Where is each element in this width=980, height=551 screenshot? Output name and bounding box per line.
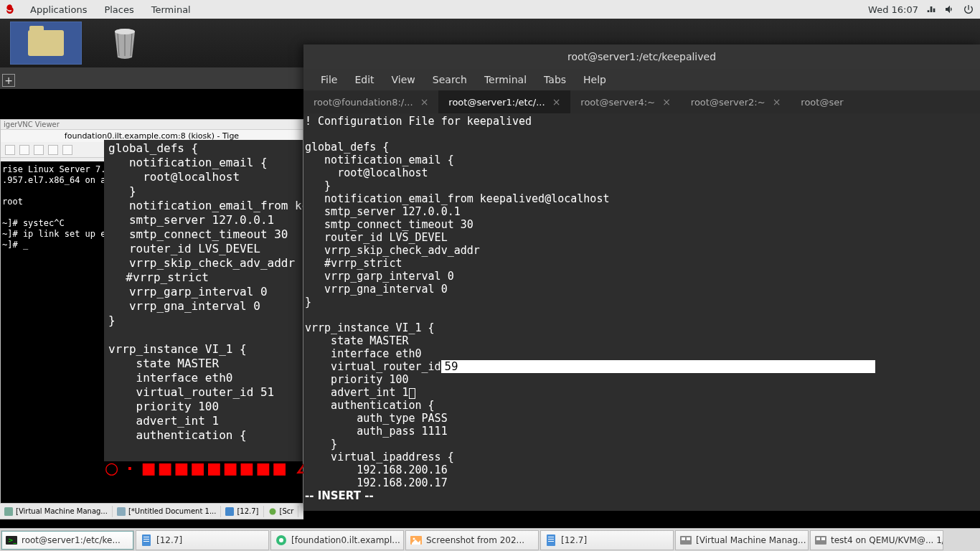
svg-rect-25	[821, 537, 825, 540]
terminal-menubar: File Edit View Search Terminal Tabs Help	[303, 69, 980, 90]
vnc-task[interactable]: [*Untitled Document 1...	[113, 506, 222, 517]
svg-rect-19	[548, 541, 554, 542]
terminal-tab[interactable]: root@server4:~×	[570, 90, 681, 113]
svg-rect-22	[687, 537, 690, 540]
taskbar-item[interactable]: [foundation0.ilt.exampl...	[270, 530, 404, 550]
svg-rect-10	[143, 539, 149, 540]
svg-rect-8	[142, 534, 151, 546]
menu-view[interactable]: View	[383, 71, 424, 88]
vnc-task[interactable]: [Virtual Machine Manag...	[0, 506, 113, 517]
taskbar-item[interactable]: Screenshot from 202...	[405, 530, 539, 550]
svg-point-13	[279, 538, 283, 542]
redhat-icon	[4, 4, 16, 15]
trash-icon[interactable]	[110, 26, 139, 60]
menu-help[interactable]: Help	[575, 71, 615, 88]
svg-rect-9	[143, 537, 149, 537]
vnc-tool-btn[interactable]	[34, 145, 44, 155]
system-tray	[925, 4, 980, 15]
menu-search[interactable]: Search	[424, 71, 476, 88]
svg-point-5	[269, 508, 275, 514]
svg-rect-16	[547, 534, 555, 546]
svg-rect-24	[816, 537, 820, 540]
vnc-tool-btn[interactable]	[48, 145, 58, 155]
terminal-tab[interactable]: root@ser	[791, 90, 853, 113]
vnc-taskbar: [Virtual Machine Manag... [*Untitled Doc…	[0, 503, 303, 519]
svg-rect-18	[548, 539, 554, 540]
new-tab-button[interactable]: +	[2, 74, 15, 87]
close-tab-icon[interactable]: ×	[420, 96, 429, 108]
taskbar-item[interactable]: test4 on QEMU/KVM@... 1/4	[810, 530, 943, 550]
volume-icon[interactable]	[944, 4, 956, 15]
svg-rect-17	[548, 537, 554, 537]
menu-edit[interactable]: Edit	[346, 71, 382, 88]
terminal-window: root@server1:/etc/keepalived File Edit V…	[303, 44, 980, 511]
vnc-task[interactable]: [12.7]	[221, 506, 263, 517]
taskbar-item[interactable]: [12.7]	[540, 530, 674, 550]
terminal-titlebar[interactable]: root@server1:/etc/keepalived	[303, 44, 980, 69]
menu-tabs[interactable]: Tabs	[535, 71, 575, 88]
terminal-tab[interactable]: root@foundation8:/...×	[303, 90, 438, 113]
svg-rect-11	[143, 541, 149, 542]
vnc-tool-btn[interactable]	[62, 145, 72, 155]
network-icon[interactable]	[925, 4, 937, 15]
svg-rect-3	[117, 507, 126, 516]
close-tab-icon[interactable]: ×	[773, 96, 781, 108]
terminal-tabs: root@foundation8:/...×root@server1:/etc/…	[303, 90, 980, 113]
svg-point-15	[413, 537, 415, 540]
power-icon[interactable]	[963, 4, 974, 15]
svg-rect-2	[4, 507, 13, 516]
terminal-body[interactable]: ! Configuration File for keepalived glob…	[303, 113, 980, 511]
svg-point-1	[115, 29, 135, 34]
top-panel: Applications Places Terminal Wed 16:07	[0, 0, 980, 19]
svg-rect-21	[682, 537, 685, 540]
taskbar-item[interactable]: [Virtual Machine Manag...	[675, 530, 809, 550]
svg-text:>_: >_	[8, 537, 17, 544]
folder-icon[interactable]	[10, 22, 82, 65]
applications-menu[interactable]: Applications	[22, 4, 95, 15]
clock[interactable]: Wed 16:07	[861, 4, 925, 15]
taskbar-item[interactable]: [12.7]	[136, 530, 269, 550]
close-tab-icon[interactable]: ×	[552, 96, 561, 108]
terminal-menu[interactable]: Terminal	[143, 4, 199, 15]
taskbar-item[interactable]: >_root@server1:/etc/ke...	[1, 530, 134, 550]
menu-terminal[interactable]: Terminal	[476, 71, 535, 88]
terminal-tab[interactable]: root@server2:~×	[681, 90, 791, 113]
close-tab-icon[interactable]: ×	[662, 96, 671, 108]
vnc-right-terminal[interactable]: global_defs { notification_email { root@…	[104, 140, 303, 461]
menu-file[interactable]: File	[312, 71, 346, 88]
bottom-taskbar: >_root@server1:/etc/ke...[12.7][foundati…	[0, 528, 980, 551]
terminal-tab[interactable]: root@server1:/etc/...×	[438, 90, 570, 113]
vnc-app-title: igerVNC Viewer	[1, 120, 303, 130]
places-menu[interactable]: Places	[95, 4, 142, 15]
svg-rect-4	[225, 507, 234, 516]
vnc-tool-btn[interactable]	[19, 145, 29, 155]
vnc-tool-btn[interactable]	[5, 145, 15, 155]
vnc-task[interactable]: [Scr	[264, 506, 299, 517]
